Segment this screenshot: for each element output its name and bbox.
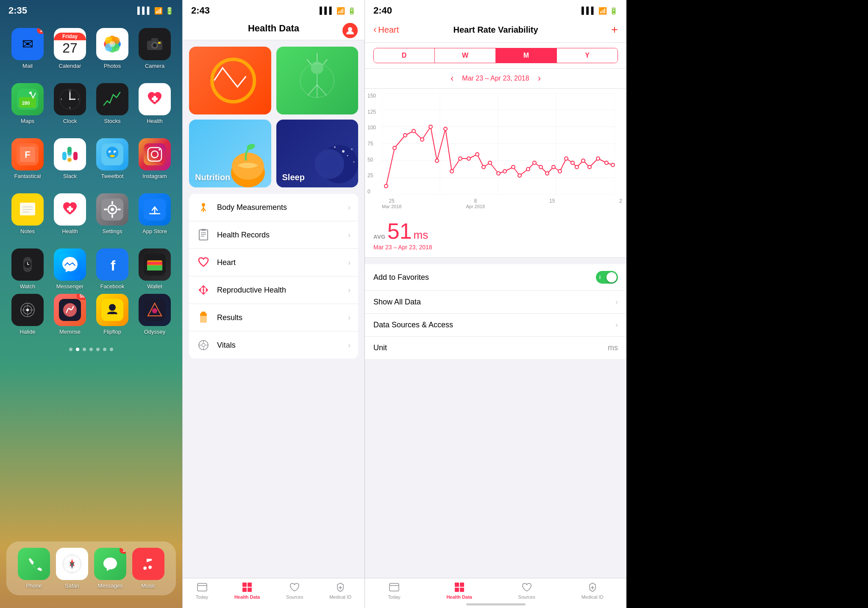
app-camera[interactable]: Camera [136, 28, 174, 79]
health-records-text: Health Records [217, 231, 348, 240]
period-btn-y[interactable]: Y [556, 48, 618, 63]
period-buttons: D W M Y [373, 48, 618, 63]
app-clock[interactable]: 12 3 6 9 Clock [51, 83, 89, 134]
svg-point-177 [518, 174, 521, 177]
app-appstore[interactable]: App Store [136, 193, 174, 244]
hrv-prev-arrow[interactable]: ‹ [451, 73, 453, 84]
hrv-option-data-sources[interactable]: Data Sources & Access › [365, 314, 626, 337]
svg-point-182 [552, 165, 555, 169]
app-health[interactable]: Health [136, 83, 174, 134]
svg-rect-144 [242, 588, 247, 592]
hrv-add-button[interactable]: + [611, 23, 618, 36]
hrv-tab-health-data[interactable]: Health Data [446, 582, 472, 600]
health-status-icons: ▌▌▌ 📶 🔋 [320, 7, 356, 15]
messages-label: Messages [97, 583, 122, 589]
svg-rect-49 [114, 159, 117, 162]
svg-point-163 [412, 129, 415, 133]
app-instagram[interactable]: Instagram [136, 138, 174, 189]
app-settings[interactable]: Settings [93, 193, 131, 244]
app-halide[interactable]: Halide [8, 294, 47, 335]
dock-messages[interactable]: 1 Messages [94, 548, 126, 589]
dock-safari[interactable]: Safari [56, 548, 88, 589]
list-item-results[interactable]: Results › [189, 304, 358, 332]
health-card-activity[interactable] [189, 47, 271, 114]
app-stocks[interactable]: Stocks [93, 83, 131, 134]
app-wallet[interactable]: Wallet [136, 248, 174, 290]
dot-6 [103, 348, 106, 351]
app-notes[interactable]: Notes [8, 193, 47, 244]
home-status-icons: ▌▌▌ 📶 🔋 [137, 7, 174, 15]
tab-sources[interactable]: Sources [286, 582, 303, 600]
tab-today[interactable]: Today [196, 582, 208, 600]
app-health2[interactable]: Health [51, 193, 89, 244]
app-messenger[interactable]: Messenger [51, 248, 89, 290]
health2-label: Health [62, 228, 78, 234]
list-item-body-measurements[interactable]: Body Measurements › [189, 194, 358, 221]
svg-point-186 [575, 165, 579, 169]
sources-tab-icon [289, 582, 300, 593]
health-card-sleep[interactable]: Sleep [276, 120, 359, 187]
health-label: Health [147, 118, 163, 124]
app-flipflop[interactable]: Flipflop [93, 294, 131, 335]
app-facebook[interactable]: f Facebook [93, 248, 131, 290]
app-slack[interactable]: Slack [51, 138, 89, 189]
health-profile-button[interactable] [342, 23, 358, 38]
body-measurements-icon [197, 201, 210, 214]
svg-point-8 [109, 41, 115, 47]
health-card-mindfulness[interactable] [276, 47, 359, 114]
app-tweetbot[interactable]: Tweetbot [93, 138, 131, 189]
dock-music[interactable]: Music [132, 548, 164, 589]
calendar-label: Calendar [59, 63, 81, 69]
hrv-sources-tab-label: Sources [518, 594, 535, 600]
app-odyssey[interactable]: Odyssey [136, 294, 174, 335]
svg-rect-133 [200, 313, 207, 316]
app-maps[interactable]: 280 Maps [8, 83, 47, 134]
tab-health-data[interactable]: Health Data [234, 582, 260, 600]
hrv-tab-sources[interactable]: Sources [518, 582, 535, 600]
list-item-health-records[interactable]: Health Records › [189, 221, 358, 249]
dock: Phone Safari 1 Mess [6, 541, 176, 595]
list-item-reproductive-health[interactable]: Reproductive Health › [189, 276, 358, 304]
list-item-heart[interactable]: Heart › [189, 249, 358, 276]
reproductive-health-text: Reproductive Health [217, 286, 348, 295]
hrv-sources-tab-icon [521, 582, 532, 593]
stocks-icon [96, 83, 128, 115]
hrv-period-selector: D W M Y [365, 43, 626, 69]
app-calendar[interactable]: Friday 27 Calendar [51, 28, 89, 79]
add-favorites-toggle[interactable]: I [596, 271, 618, 284]
hrv-back-button[interactable]: ‹ Heart [373, 24, 399, 35]
health-card-nutrition[interactable]: Nutrition [189, 120, 271, 187]
watch-icon [11, 248, 44, 281]
svg-rect-40 [67, 152, 72, 157]
hrv-next-arrow[interactable]: › [538, 73, 541, 84]
memrise-label: Memrise [59, 329, 81, 335]
health-nav-title: Health Data [191, 23, 356, 34]
app-memrise[interactable]: 50 Memrise [51, 294, 89, 335]
app-watch[interactable]: Watch [8, 248, 47, 290]
health-time: 2:43 [191, 5, 210, 16]
app-photos[interactable]: Photos [93, 28, 131, 79]
svg-rect-197 [460, 588, 464, 592]
svg-point-178 [526, 167, 530, 171]
clock-label: Clock [63, 118, 77, 124]
period-btn-m[interactable]: M [495, 48, 556, 63]
app-mail[interactable]: ✉ 1 Mail [8, 28, 47, 79]
hrv-option-show-all-data[interactable]: Show All Data › [365, 291, 626, 314]
dock-phone[interactable]: Phone [18, 548, 50, 589]
stocks-label: Stocks [104, 118, 120, 124]
hrv-option-unit[interactable]: Unit ms [365, 337, 626, 359]
app-fantastical[interactable]: F Fantastical [8, 138, 47, 189]
period-btn-d[interactable]: D [374, 48, 434, 63]
period-btn-w[interactable]: W [434, 48, 495, 63]
hrv-option-add-favorites[interactable]: Add to Favorites I [365, 264, 626, 291]
svg-rect-192 [389, 583, 399, 591]
list-item-vitals[interactable]: Vitals › [189, 332, 358, 359]
flipflop-icon [96, 294, 128, 326]
hrv-date-range: Mar 23 – Apr 23, 2018 [462, 75, 529, 82]
tab-medical-id[interactable]: Medical ID [329, 582, 351, 600]
hrv-tab-today[interactable]: Today [388, 582, 400, 600]
mail-label: Mail [22, 63, 33, 69]
heart-list-icon [197, 256, 210, 269]
svg-rect-14 [158, 42, 161, 44]
hrv-tab-medical-id[interactable]: Medical ID [581, 582, 604, 600]
